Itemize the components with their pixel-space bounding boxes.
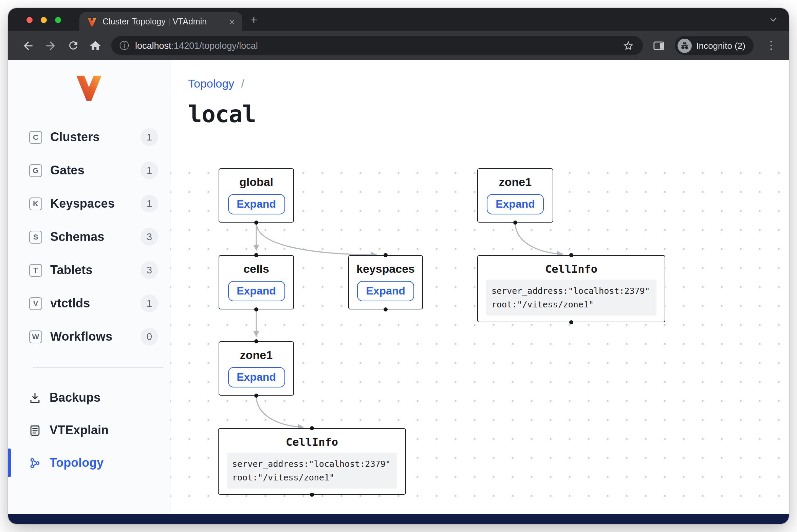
sidebar-item-vtexplain[interactable]: VTExplain (8, 418, 170, 442)
expand-button-zone1-lower[interactable]: Expand (228, 367, 285, 388)
forward-icon[interactable] (44, 39, 57, 52)
url-text: localhost:14201/topology/local (135, 40, 615, 51)
reload-icon[interactable] (67, 39, 79, 52)
sidebar-nav: C Clusters 1 G Gates 1 K Keyspaces 1 S S… (8, 125, 170, 349)
topology-node-cellinfo-right: CellInfo server_address:"localhost:2379"… (477, 255, 665, 322)
sidebar-item-label: Workflows (50, 329, 112, 344)
sidebar-item-workflows[interactable]: W Workflows 0 (8, 324, 170, 349)
topology-node-cellinfo-bottom: CellInfo server_address:"localhost:2379"… (218, 428, 406, 495)
expand-button-global[interactable]: Expand (228, 194, 285, 215)
sidebar-item-label: Gates (50, 163, 85, 177)
close-window-button[interactable] (26, 17, 33, 23)
tab-overflow-chevron-icon[interactable] (768, 15, 778, 24)
node-title: CellInfo (286, 436, 338, 449)
sidebar: C Clusters 1 G Gates 1 K Keyspaces 1 S S… (8, 60, 170, 514)
sidebar-item-label: Topology (50, 456, 104, 470)
node-title: zone1 (240, 349, 273, 363)
topology-node-zone1-lower: zone1 Expand (219, 341, 294, 396)
count-badge: 1 (141, 294, 158, 312)
tab-title: Cluster Topology | VTAdmin (103, 17, 223, 26)
sidebar-item-label: Clusters (50, 130, 100, 144)
address-bar[interactable]: ⓘ localhost:14201/topology/local (111, 36, 643, 55)
sidebar-item-tablets[interactable]: T Tablets 3 (8, 258, 170, 282)
site-info-icon[interactable]: ⓘ (119, 41, 129, 50)
page-header: Topology/ local (170, 60, 789, 128)
home-icon[interactable] (89, 39, 102, 52)
count-badge: 1 (141, 128, 158, 146)
browser-window: Cluster Topology | VTAdmin × + ⓘ local (8, 8, 789, 524)
url-host: localhost (135, 40, 171, 51)
backups-icon (28, 391, 41, 404)
code-line: root:"/vitess/zone1" (492, 298, 651, 311)
sidebar-item-label: Keyspaces (50, 196, 115, 211)
page-footer-bar (8, 514, 789, 524)
breadcrumb: Topology/ (188, 77, 789, 91)
topology-node-global: global Expand (219, 168, 294, 223)
topology-icon (28, 456, 41, 470)
topology-node-zone1-top: zone1 Expand (477, 168, 553, 223)
topology-node-cells: cells Expand (219, 255, 294, 309)
vtctlds-letter-icon: V (29, 297, 42, 310)
sidebar-item-label: Tablets (50, 263, 93, 277)
sidebar-item-label: Backups (50, 391, 100, 405)
sidebar-item-backups[interactable]: Backups (8, 385, 170, 410)
sidebar-item-vtctlds[interactable]: V vtctlds 1 (8, 291, 170, 316)
code-line: server_address:"localhost:2379" (492, 284, 651, 298)
code-line: server_address:"localhost:2379" (232, 457, 392, 471)
vitess-logo (8, 60, 170, 103)
breadcrumb-separator: / (241, 77, 244, 90)
sidebar-item-label: Schemas (50, 230, 105, 244)
vtexplain-icon (28, 423, 41, 437)
sidebar-item-label: VTExplain (50, 423, 109, 437)
count-badge: 1 (141, 162, 158, 179)
cellinfo-code: server_address:"localhost:2379" root:"/v… (227, 453, 397, 489)
node-title: zone1 (499, 176, 532, 190)
expand-button-zone1-top[interactable]: Expand (487, 194, 544, 215)
node-title: cells (243, 263, 269, 277)
sidebar-item-gates[interactable]: G Gates 1 (8, 158, 170, 183)
sidebar-divider (33, 367, 164, 368)
back-icon[interactable] (22, 39, 35, 52)
minimize-window-button[interactable] (41, 17, 47, 23)
topology-node-keyspaces: keyspaces Expand (348, 255, 423, 309)
sidebar-item-topology[interactable]: Topology (8, 451, 170, 475)
vitess-favicon-icon (87, 17, 97, 27)
browser-toolbar: ⓘ localhost:14201/topology/local Incogni… (8, 31, 789, 60)
new-tab-button[interactable]: + (251, 10, 257, 27)
browser-tab[interactable]: Cluster Topology | VTAdmin × (79, 12, 242, 31)
count-badge: 0 (141, 328, 158, 345)
browser-menu-icon[interactable]: ⋮ (763, 40, 779, 51)
expand-button-cells[interactable]: Expand (228, 281, 285, 302)
zoom-window-button[interactable] (55, 17, 61, 23)
page-title: local (188, 100, 789, 128)
code-line: root:"/vitess/zone1" (232, 471, 392, 484)
window-controls (26, 17, 61, 23)
sidebar-item-keyspaces[interactable]: K Keyspaces 1 (8, 191, 170, 216)
expand-button-keyspaces[interactable]: Expand (357, 281, 414, 302)
main-content: Topology/ local (170, 60, 789, 514)
incognito-icon (677, 38, 691, 53)
sidebar-secondary-nav: Backups VTExplain Topology (8, 385, 170, 475)
sidebar-item-schemas[interactable]: S Schemas 3 (8, 225, 170, 249)
side-panel-icon[interactable] (652, 39, 665, 52)
clusters-letter-icon: C (29, 131, 42, 144)
incognito-badge[interactable]: Incognito (2) (674, 36, 754, 55)
vtadmin-app: C Clusters 1 G Gates 1 K Keyspaces 1 S S… (8, 60, 789, 514)
count-badge: 3 (141, 261, 158, 279)
tab-strip: Cluster Topology | VTAdmin × + (8, 8, 789, 31)
url-path: :14201/topology/local (171, 40, 258, 51)
node-title: global (239, 176, 273, 190)
workflows-letter-icon: W (29, 330, 42, 343)
sidebar-item-label: vtctlds (50, 296, 90, 310)
breadcrumb-topology-link[interactable]: Topology (188, 77, 234, 90)
close-tab-icon[interactable]: × (228, 17, 236, 26)
incognito-label: Incognito (2) (696, 40, 745, 51)
cellinfo-code: server_address:"localhost:2379" root:"/v… (486, 280, 656, 316)
topology-canvas[interactable]: global Expand zone1 Expand cells Expand … (170, 159, 789, 514)
bookmark-star-icon[interactable] (622, 39, 634, 52)
active-indicator (8, 449, 11, 477)
keyspaces-letter-icon: K (29, 197, 42, 210)
sidebar-item-clusters[interactable]: C Clusters 1 (8, 125, 170, 149)
node-title: CellInfo (545, 263, 597, 276)
tablets-letter-icon: T (29, 264, 42, 277)
